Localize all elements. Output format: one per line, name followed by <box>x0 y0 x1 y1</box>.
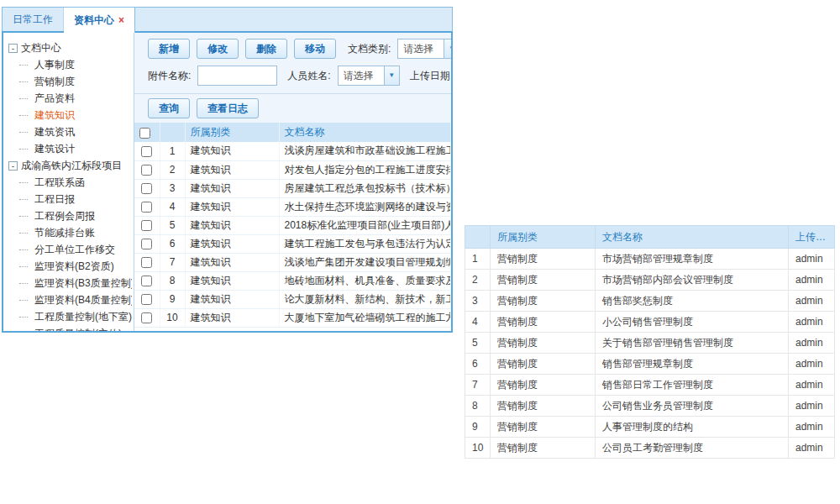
close-icon[interactable]: × <box>118 15 124 25</box>
row-checkbox[interactable] <box>141 239 152 249</box>
row-checkbox[interactable] <box>141 202 152 213</box>
row-doc-name[interactable]: 市场营销部管理规章制度 <box>596 249 789 270</box>
table-row: 7 营销制度 销售部日常工作管理制度 admin <box>465 375 835 396</box>
row-number: 1 <box>160 142 185 160</box>
tree-root-rail-project[interactable]: - 成渝高铁内江标段项目 <box>8 157 132 174</box>
collapse-icon[interactable]: - <box>8 44 18 53</box>
row-doc-name[interactable]: 公司员工考勤管理制度 <box>596 438 789 459</box>
row-number: 4 <box>465 312 491 333</box>
add-button[interactable]: 新增 <box>148 39 190 59</box>
tab-daily-work[interactable]: 日常工作 <box>3 8 64 31</box>
row-doc-name[interactable]: 公司销售业务员管理制度 <box>596 396 789 417</box>
query-row: 查询 查看日志 <box>134 93 451 123</box>
row-doc-name[interactable]: 市场营销部内部会议管理制度 <box>596 270 789 291</box>
row-doc-name[interactable]: 水土保持生态环境监测网络的建设与资… <box>279 197 451 216</box>
person-name-select[interactable]: 请选择 ▼ <box>338 66 400 86</box>
row-doc-name[interactable]: 浅谈地产集团开发建设项目管理规划编… <box>279 253 451 271</box>
tree-root-label: 成渝高铁内江标段项目 <box>21 157 122 174</box>
row-doc-name[interactable]: 地砖地面材料、机具准备、质量要求及… <box>279 271 451 290</box>
row-doc-name[interactable]: 对发包人指定分包的工程施工进度安排… <box>279 160 451 179</box>
person-name-value: 请选择 <box>339 69 384 83</box>
move-button[interactable]: 移动 <box>294 39 336 59</box>
row-doc-name[interactable]: 人事管理制度的结构 <box>596 417 789 438</box>
tree-item-product[interactable]: 产品资料 <box>8 90 132 107</box>
tree-item-building-design[interactable]: 建筑设计 <box>8 140 132 157</box>
row-doc-name[interactable]: 销售部奖惩制度 <box>596 291 789 312</box>
tree-item-personnel[interactable]: 人事制度 <box>8 56 132 73</box>
doc-category-select[interactable]: 请选择 ▼ <box>397 39 451 59</box>
tree-item[interactable]: 工程例会周报 <box>8 207 132 224</box>
row-category: 建筑知识 <box>185 308 279 327</box>
tree-item[interactable]: 分工单位工作移交 <box>8 241 132 258</box>
toolbar-row-2: 附件名称: 人员姓名: 请选择 ▼ 上传日期 <box>134 65 451 87</box>
collapse-icon[interactable]: - <box>8 161 18 171</box>
row-uploader: admin <box>789 417 835 438</box>
tree-item-building-news[interactable]: 建筑资讯 <box>8 123 132 140</box>
tree-item-marketing[interactable]: 营销制度 <box>8 73 132 90</box>
row-uploader: admin <box>789 249 835 270</box>
row-doc-name[interactable]: 大厦地下室加气砼墙砌筑工程的施工方… <box>279 308 451 327</box>
row-doc-name[interactable]: 2018标准化监理项目部(业主项目部)人员… <box>279 216 451 234</box>
upload-date-label: 上传日期 <box>410 69 450 83</box>
row-category: 建筑知识 <box>185 271 279 290</box>
row-number: 4 <box>160 197 185 216</box>
row-doc-name[interactable]: 建筑工程施工发包与承包违法行为认定… <box>279 234 451 253</box>
table-row: 1 建筑知识 浅谈房屋建筑和市政基础设施工程施工… <box>134 142 451 160</box>
query-button[interactable]: 查询 <box>148 98 190 118</box>
row-uploader: admin <box>789 438 835 459</box>
row-doc-name[interactable]: 销售部日常工作管理制度 <box>596 375 789 396</box>
row-doc-name[interactable]: 小公司销售管理制度 <box>596 312 789 333</box>
table-row: 4 营销制度 小公司销售管理制度 admin <box>465 312 835 333</box>
delete-button[interactable]: 删除 <box>245 39 287 59</box>
row-number: 8 <box>160 271 185 290</box>
row-category: 营销制度 <box>491 354 596 375</box>
doc-category-label: 文档类别: <box>348 42 391 56</box>
row-checkbox[interactable] <box>141 165 152 176</box>
tree-item[interactable]: 节能减排台账 <box>8 224 132 241</box>
row-doc-name[interactable]: 销售部管理规章制度 <box>596 354 789 375</box>
tree-item[interactable]: 工程联系函 <box>8 174 132 191</box>
row-checkbox[interactable] <box>141 294 152 305</box>
row-uploader: admin <box>789 270 835 291</box>
tree-item[interactable]: 监理资料(B4质量控制) <box>8 291 132 308</box>
tree-item[interactable]: 工程质量控制(地下室) <box>8 308 132 325</box>
row-checkbox[interactable] <box>141 276 152 286</box>
row-number: 6 <box>465 354 491 375</box>
tree-root-document-center[interactable]: - 文档中心 <box>8 39 132 56</box>
tree-item[interactable]: 监理资料(B3质量控制) <box>8 275 132 291</box>
row-checkbox[interactable] <box>141 257 152 268</box>
row-checkbox[interactable] <box>141 146 152 157</box>
tab-data-center[interactable]: 资料中心 × <box>64 8 135 33</box>
tab-label: 资料中心 <box>74 13 114 28</box>
tree-item[interactable]: 工程日报 <box>8 191 132 207</box>
row-checkbox[interactable] <box>141 183 152 194</box>
row-category: 营销制度 <box>491 333 596 354</box>
tree-item[interactable]: 工程质量控制(主体) <box>8 325 132 331</box>
row-category: 营销制度 <box>491 270 596 291</box>
row-uploader: admin <box>789 333 835 354</box>
view-log-button[interactable]: 查看日志 <box>197 98 259 118</box>
marketing-documents-table: 所属别类 文档名称 上传… 1 营销制度 市场营销部管理规章制度 admin 2… <box>465 225 835 459</box>
row-checkbox[interactable] <box>141 220 152 231</box>
row-number: 8 <box>465 396 491 417</box>
row-number: 2 <box>160 160 185 179</box>
table-row: 8 建筑知识 地砖地面材料、机具准备、质量要求及… <box>134 271 451 290</box>
row-checkbox[interactable] <box>141 312 152 323</box>
row-uploader: admin <box>789 354 835 375</box>
row-doc-name[interactable]: 浅谈房屋建筑和市政基础设施工程施工… <box>279 142 451 160</box>
row-doc-name[interactable]: 关于销售部管理销售管理制度 <box>596 333 789 354</box>
row-category: 建筑知识 <box>185 216 279 234</box>
table-header-row: 所属别类 文档名称 上传… <box>465 226 835 249</box>
row-doc-name[interactable]: 论大厦新材料、新结构、新技术，新工… <box>279 290 451 308</box>
tree-item[interactable]: 监理资料(B2资质) <box>8 258 132 275</box>
row-category: 建筑知识 <box>185 290 279 308</box>
row-doc-name[interactable]: 房屋建筑工程总承包投标书（技术标）… <box>279 179 451 197</box>
document-table: 所属别类 文档名称 1 建筑知识 浅谈房屋建筑和市政基础设施工程施工… <box>134 123 451 331</box>
select-all-checkbox[interactable] <box>139 128 150 139</box>
table-row: 8 营销制度 公司销售业务员管理制度 admin <box>465 396 835 417</box>
edit-button[interactable]: 修改 <box>197 39 239 59</box>
table-row: 5 营销制度 关于销售部管理销售管理制度 admin <box>465 333 835 354</box>
attachment-name-input[interactable] <box>197 66 277 86</box>
tree-item-building-knowledge[interactable]: 建筑知识 <box>8 107 132 123</box>
col-category-header: 所属别类 <box>185 123 279 142</box>
